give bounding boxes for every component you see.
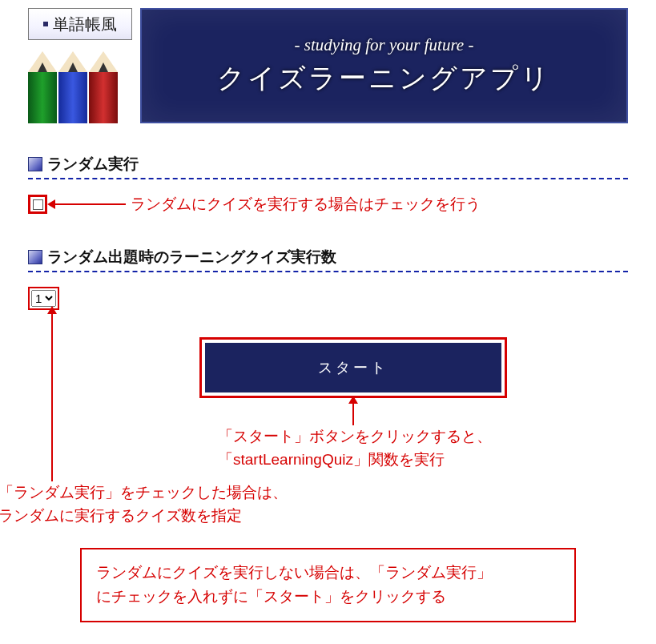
random-exec-row: ランダムにクイズを実行する場合はチェックを行う — [28, 194, 628, 215]
badge-label: 単語帳風 — [53, 14, 117, 35]
arrow-left-icon — [54, 203, 126, 205]
lower-right: スタート 「スタート」ボタンをクリックすると、 「startLearningQu… — [78, 313, 628, 481]
start-annotation-line1: 「スタート」ボタンをクリックすると、 — [218, 428, 492, 445]
bottom-note-line1: ランダムにクイズを実行しない場合は、「ランダム実行」 — [96, 564, 492, 581]
arrow-down-icon — [51, 313, 53, 481]
count-select[interactable]: 1 — [31, 290, 56, 307]
start-annotation: 「スタート」ボタンをクリックすると、 「startLearningQuiz」関数… — [218, 425, 628, 471]
section-count: ランダム出題時のラーニングクイズ実行数 1 — [28, 247, 628, 310]
random-checkbox[interactable] — [33, 199, 43, 210]
section-count-heading-text: ランダム出題時のラーニングクイズ実行数 — [47, 247, 336, 268]
pencils-icon — [28, 51, 132, 123]
section-random-heading: ランダム実行 — [28, 154, 628, 179]
pencil-blue-icon — [58, 51, 87, 123]
random-checkbox-callout — [28, 195, 47, 214]
section-random: ランダム実行 ランダムにクイズを実行する場合はチェックを行う — [28, 154, 628, 215]
header-left: 単語帳風 — [28, 8, 132, 123]
badge: 単語帳風 — [28, 8, 132, 40]
app-subtitle: - studying for your future - — [295, 35, 474, 55]
section-marker-icon — [28, 250, 42, 264]
count-annotation-line1: 「ランダム実行」をチェックした場合は、 — [0, 484, 288, 501]
app-title: クイズラーニングアプリ — [217, 60, 551, 97]
start-button[interactable]: スタート — [205, 343, 501, 392]
count-annotation-line2: ランダムに実行するクイズ数を指定 — [0, 507, 242, 524]
random-annotation: ランダムにクイズを実行する場合はチェックを行う — [131, 194, 481, 215]
start-button-wrap: スタート — [78, 337, 628, 398]
arrow-down-from-select — [42, 313, 62, 481]
pencil-red-icon — [89, 51, 118, 123]
section-count-heading: ランダム出題時のラーニングクイズ実行数 — [28, 247, 628, 272]
bottom-note-line2: にチェックを入れずに「スタート」をクリックする — [96, 588, 446, 605]
start-button-callout: スタート — [199, 337, 507, 398]
lower-block: スタート 「スタート」ボタンをクリックすると、 「startLearningQu… — [28, 313, 628, 481]
count-annotation: 「ランダム実行」をチェックした場合は、 ランダムに実行するクイズ数を指定 — [0, 481, 628, 527]
bullet-icon — [43, 22, 48, 26]
select-arrow-column — [28, 313, 68, 481]
app-header: 単語帳風 - studying for your future - クイズラーニ… — [28, 8, 628, 123]
count-select-col: 1 — [28, 272, 59, 310]
title-panel: - studying for your future - クイズラーニングアプリ — [140, 8, 628, 123]
pencil-green-icon — [28, 51, 57, 123]
bottom-note: ランダムにクイズを実行しない場合は、「ランダム実行」 にチェックを入れずに「スタ… — [80, 548, 576, 622]
start-annotation-line2: 「startLearningQuiz」関数を実行 — [218, 451, 445, 468]
section-random-heading-text: ランダム実行 — [47, 154, 139, 175]
arrow-up-to-start-icon — [352, 403, 354, 425]
section-marker-icon — [28, 157, 42, 171]
